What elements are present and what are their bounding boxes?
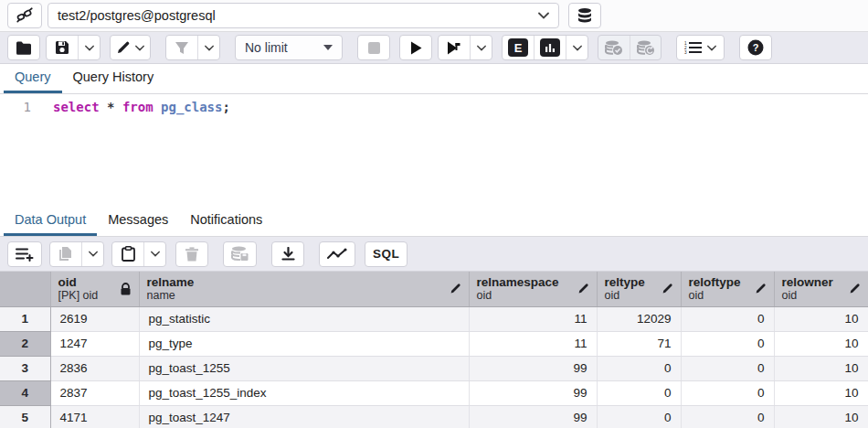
- add-row-icon: [16, 247, 34, 262]
- row-number-cell[interactable]: 2: [0, 331, 50, 356]
- macro-button[interactable]: 123: [676, 35, 725, 60]
- grid-cell[interactable]: 0: [597, 405, 681, 428]
- grid-cell[interactable]: pg_toast_1247: [139, 405, 469, 428]
- tab-query-history[interactable]: Query History: [62, 64, 165, 93]
- grid-cell[interactable]: 10: [774, 405, 868, 428]
- graph-visualiser-button[interactable]: [319, 241, 355, 267]
- grid-cell[interactable]: 10: [774, 331, 868, 356]
- filter-button-group: [165, 35, 220, 60]
- grid-cell[interactable]: 2619: [50, 306, 139, 331]
- grid-cell[interactable]: 10: [774, 380, 868, 405]
- grid-cell[interactable]: 2837: [50, 380, 139, 405]
- copy-menu-button[interactable]: [81, 242, 103, 266]
- editor-code-line[interactable]: select * from pg_class;: [42, 94, 868, 209]
- edit-button[interactable]: [111, 36, 150, 59]
- grid-cell[interactable]: 0: [681, 380, 774, 405]
- grid-cell[interactable]: 99: [469, 356, 597, 380]
- paste-group: [111, 241, 166, 267]
- grid-cell[interactable]: 11: [469, 306, 597, 331]
- column-header-oid[interactable]: oid [PK] oid: [50, 272, 139, 306]
- pencil-icon[interactable]: [577, 283, 589, 294]
- row-number-cell[interactable]: 4: [0, 380, 50, 405]
- column-header-reltype[interactable]: reltype oid: [597, 272, 681, 306]
- save-data-changes-button[interactable]: [223, 241, 257, 267]
- explain-button[interactable]: E: [503, 36, 534, 59]
- copy-button[interactable]: [50, 242, 81, 266]
- save-file-button[interactable]: [47, 36, 78, 59]
- chevron-down-icon: [85, 45, 94, 51]
- column-header-relname[interactable]: relname name: [139, 272, 469, 306]
- column-header-relowner[interactable]: relowner oid: [774, 272, 868, 306]
- chevron-down-icon: [707, 45, 716, 51]
- download-button[interactable]: [271, 241, 304, 267]
- column-header-relnamespace[interactable]: relnamespace oid: [469, 272, 597, 306]
- sql-editor[interactable]: 1 select * from pg_class;: [0, 94, 868, 209]
- chevron-down-icon: [477, 45, 486, 51]
- commit-button[interactable]: [598, 36, 630, 59]
- grid-cell[interactable]: 10: [774, 306, 868, 331]
- connection-status-button[interactable]: [7, 3, 42, 28]
- tab-query[interactable]: Query: [4, 64, 62, 93]
- grid-cell[interactable]: 99: [469, 405, 597, 428]
- explain-menu-button[interactable]: [566, 36, 587, 59]
- grid-cell[interactable]: pg_type: [139, 331, 469, 356]
- tab-messages[interactable]: Messages: [97, 207, 179, 236]
- filter-button[interactable]: [166, 36, 197, 59]
- grid-cell[interactable]: 0: [681, 405, 774, 428]
- execute-button[interactable]: [399, 35, 432, 60]
- grid-cell[interactable]: 0: [681, 306, 774, 331]
- row-number-cell[interactable]: 1: [0, 306, 50, 331]
- pencil-icon[interactable]: [662, 283, 673, 294]
- execute-menu-button[interactable]: [470, 36, 492, 59]
- pencil-icon[interactable]: [849, 283, 861, 294]
- grid-cell[interactable]: 0: [681, 356, 774, 380]
- grid-cell[interactable]: 4171: [50, 405, 139, 428]
- grid-cell[interactable]: pg_statistic: [139, 306, 469, 331]
- grid-cell[interactable]: 12029: [597, 306, 681, 331]
- new-connection-button[interactable]: [568, 3, 601, 28]
- row-limit-select[interactable]: No limit: [235, 35, 343, 60]
- grid-cell[interactable]: pg_toast_1255_index: [139, 380, 469, 405]
- grid-cell[interactable]: 10: [774, 356, 868, 380]
- paste-menu-button[interactable]: [143, 242, 165, 266]
- connection-select[interactable]: test2/postgres@postgresql: [48, 3, 559, 28]
- open-file-button[interactable]: [7, 35, 40, 60]
- table-row: 12619pg_statistic1112029010: [0, 306, 868, 331]
- table-row: 54171pg_toast_1247990010: [0, 405, 868, 428]
- help-button[interactable]: ?: [739, 35, 772, 60]
- add-row-button[interactable]: [7, 241, 42, 267]
- query-toolbar: No limit E: [0, 32, 868, 64]
- grid-corner-cell[interactable]: [0, 272, 50, 306]
- tab-notifications[interactable]: Notifications: [179, 207, 273, 236]
- grid-header: oid [PK] oid relname name: [0, 272, 868, 306]
- paste-button[interactable]: [112, 242, 143, 266]
- help-icon: ?: [747, 39, 764, 56]
- pencil-icon: [116, 40, 131, 55]
- grid-cell[interactable]: 11: [469, 331, 597, 356]
- chevron-down-icon: [573, 45, 582, 51]
- filter-menu-button[interactable]: [197, 36, 219, 59]
- tab-data-output[interactable]: Data Output: [4, 207, 97, 236]
- pencil-icon[interactable]: [450, 283, 461, 294]
- cancel-query-button[interactable]: [357, 35, 390, 60]
- row-number-cell[interactable]: 5: [0, 405, 50, 428]
- rollback-button[interactable]: [630, 36, 661, 59]
- grid-cell[interactable]: pg_toast_1255: [139, 356, 469, 380]
- grid-cell[interactable]: 2836: [50, 356, 139, 380]
- show-sql-button[interactable]: SQL: [365, 241, 408, 267]
- copy-group: [49, 241, 104, 267]
- delete-row-button[interactable]: [175, 241, 208, 267]
- pencil-icon[interactable]: [755, 283, 767, 294]
- explain-analyze-button[interactable]: [534, 36, 566, 59]
- plug-icon: [16, 7, 34, 24]
- grid-cell[interactable]: 0: [681, 331, 774, 356]
- save-menu-button[interactable]: [78, 36, 100, 59]
- grid-cell[interactable]: 71: [597, 331, 681, 356]
- grid-cell[interactable]: 99: [469, 380, 597, 405]
- grid-cell[interactable]: 1247: [50, 331, 139, 356]
- grid-cell[interactable]: 0: [597, 380, 681, 405]
- execute-to-cursor-button[interactable]: [439, 36, 470, 59]
- column-header-reloftype[interactable]: reloftype oid: [681, 272, 774, 306]
- row-number-cell[interactable]: 3: [0, 356, 50, 380]
- grid-cell[interactable]: 0: [597, 356, 681, 380]
